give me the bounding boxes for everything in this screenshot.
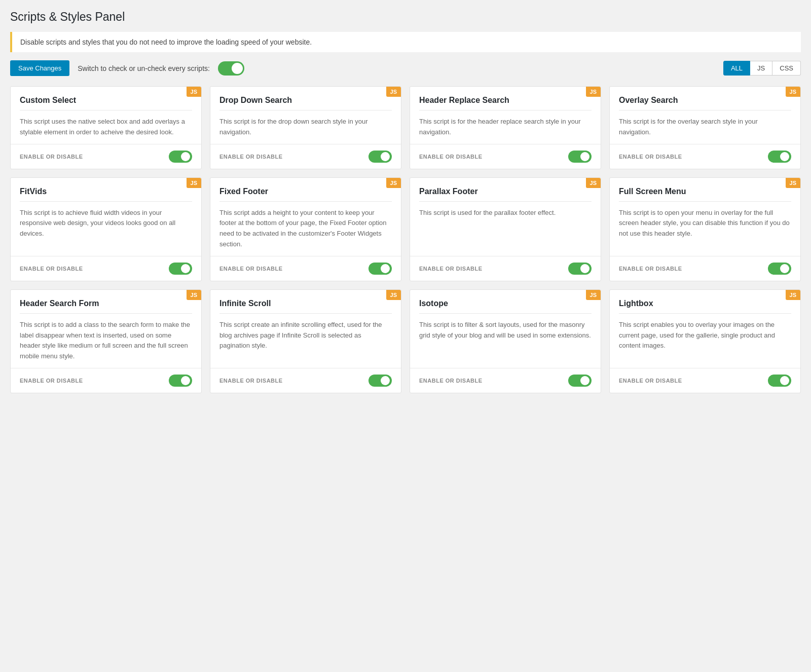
card-badge-header-replace-search: JS: [586, 87, 601, 97]
card-badge-overlay-search: JS: [786, 87, 800, 97]
toggle-full-screen-menu[interactable]: [768, 263, 791, 275]
card-footer-infinite-scroll: ENABLE OR DISABLE: [210, 368, 401, 393]
card-title-lightbox: Lightbox: [619, 299, 791, 314]
enable-label-infinite-scroll: ENABLE OR DISABLE: [219, 378, 283, 384]
save-button[interactable]: Save Changes: [10, 60, 69, 76]
enable-label-parallax-footer: ENABLE OR DISABLE: [419, 266, 483, 272]
card-footer-parallax-footer: ENABLE OR DISABLE: [410, 256, 601, 281]
toolbar: Save Changes Switch to check or un-check…: [10, 60, 801, 76]
card-badge-drop-down-search: JS: [386, 87, 401, 97]
card-title-overlay-search: Overlay Search: [619, 96, 791, 110]
filter-all-button[interactable]: ALL: [723, 61, 750, 76]
card-body-overlay-search: Overlay Search This script is for the ov…: [610, 87, 800, 144]
toggle-custom-select[interactable]: [169, 151, 192, 163]
card-body-header-replace-search: Header Replace Search This script is for…: [410, 87, 601, 144]
card-body-fixed-footer: Fixed Footer This script adds a height t…: [210, 178, 401, 256]
card-lightbox: JS Lightbox This script enables you to o…: [609, 289, 801, 393]
notice-bar: Disable scripts and styles that you do n…: [10, 32, 801, 52]
card-infinite-scroll: JS Infinite Scroll This script create an…: [210, 289, 401, 393]
card-drop-down-search: JS Drop Down Search This script is for t…: [210, 86, 401, 169]
enable-label-header-search-form: ENABLE OR DISABLE: [20, 378, 83, 384]
card-parallax-footer: JS Parallax Footer This script is used f…: [410, 177, 601, 281]
toggle-isotope[interactable]: [568, 375, 592, 387]
filter-css-button[interactable]: CSS: [772, 61, 801, 76]
card-badge-full-screen-menu: JS: [786, 178, 800, 188]
filter-js-button[interactable]: JS: [750, 61, 772, 76]
card-desc-fitvids: This script is to achieve fluid width vi…: [20, 208, 192, 239]
card-fixed-footer: JS Fixed Footer This script adds a heigh…: [210, 177, 401, 281]
enable-label-isotope: ENABLE OR DISABLE: [419, 378, 483, 384]
card-desc-fixed-footer: This script adds a height to your conten…: [219, 208, 392, 250]
card-title-header-search-form: Header Search Form: [20, 299, 192, 314]
enable-label-drop-down-search: ENABLE OR DISABLE: [219, 154, 283, 160]
card-title-custom-select: Custom Select: [20, 96, 192, 110]
card-footer-header-search-form: ENABLE OR DISABLE: [11, 368, 201, 393]
card-body-infinite-scroll: Infinite Scroll This script create an in…: [210, 290, 401, 368]
card-desc-lightbox: This script enables you to overlay your …: [619, 320, 791, 351]
master-toggle[interactable]: [218, 61, 244, 76]
card-body-custom-select: Custom Select This script uses the nativ…: [11, 87, 201, 144]
card-title-full-screen-menu: Full Screen Menu: [619, 187, 791, 202]
toggle-drop-down-search[interactable]: [368, 151, 392, 163]
card-desc-overlay-search: This script is for the overlay search st…: [619, 117, 791, 138]
enable-label-custom-select: ENABLE OR DISABLE: [20, 154, 83, 160]
filter-buttons: ALL JS CSS: [723, 61, 801, 76]
card-desc-isotope: This script is to filter & sort layouts,…: [419, 320, 592, 341]
card-footer-overlay-search: ENABLE OR DISABLE: [610, 144, 800, 169]
switch-label: Switch to check or un-check every script…: [78, 64, 210, 72]
toggle-fitvids[interactable]: [169, 263, 192, 275]
toggle-infinite-scroll[interactable]: [368, 375, 392, 387]
card-full-screen-menu: JS Full Screen Menu This script is to op…: [609, 177, 801, 281]
card-badge-isotope: JS: [586, 290, 601, 300]
card-footer-fitvids: ENABLE OR DISABLE: [11, 256, 201, 281]
toggle-header-search-form[interactable]: [169, 375, 192, 387]
toggle-parallax-footer[interactable]: [568, 263, 592, 275]
card-footer-isotope: ENABLE OR DISABLE: [410, 368, 601, 393]
toggle-overlay-search[interactable]: [768, 151, 791, 163]
page-title: Scripts & Styles Panel: [10, 10, 801, 24]
toggle-header-replace-search[interactable]: [568, 151, 592, 163]
card-desc-header-replace-search: This script is for the header replace se…: [419, 117, 592, 138]
card-desc-header-search-form: This script is to add a class to the sea…: [20, 320, 192, 362]
card-fitvids: JS FitVids This script is to achieve flu…: [10, 177, 202, 281]
card-header-search-form: JS Header Search Form This script is to …: [10, 289, 202, 393]
card-badge-infinite-scroll: JS: [386, 290, 401, 300]
card-footer-lightbox: ENABLE OR DISABLE: [610, 368, 800, 393]
card-body-drop-down-search: Drop Down Search This script is for the …: [210, 87, 401, 144]
card-title-drop-down-search: Drop Down Search: [219, 96, 392, 110]
card-isotope: JS Isotope This script is to filter & so…: [410, 289, 601, 393]
card-desc-full-screen-menu: This script is to open your menu in over…: [619, 208, 791, 239]
card-footer-drop-down-search: ENABLE OR DISABLE: [210, 144, 401, 169]
card-body-fitvids: FitVids This script is to achieve fluid …: [11, 178, 201, 256]
toggle-fixed-footer[interactable]: [368, 263, 392, 275]
card-title-infinite-scroll: Infinite Scroll: [219, 299, 392, 314]
card-footer-full-screen-menu: ENABLE OR DISABLE: [610, 256, 800, 281]
card-title-fitvids: FitVids: [20, 187, 192, 202]
card-body-parallax-footer: Parallax Footer This script is used for …: [410, 178, 601, 256]
toggle-lightbox[interactable]: [768, 375, 791, 387]
card-badge-lightbox: JS: [786, 290, 800, 300]
card-desc-drop-down-search: This script is for the drop down search …: [219, 117, 392, 138]
card-desc-custom-select: This script uses the native select box a…: [20, 117, 192, 138]
enable-label-full-screen-menu: ENABLE OR DISABLE: [619, 266, 682, 272]
card-badge-parallax-footer: JS: [586, 178, 601, 188]
card-body-header-search-form: Header Search Form This script is to add…: [11, 290, 201, 368]
card-footer-custom-select: ENABLE OR DISABLE: [11, 144, 201, 169]
card-body-isotope: Isotope This script is to filter & sort …: [410, 290, 601, 368]
card-overlay-search: JS Overlay Search This script is for the…: [609, 86, 801, 169]
card-badge-header-search-form: JS: [187, 290, 201, 300]
enable-label-fitvids: ENABLE OR DISABLE: [20, 266, 83, 272]
card-body-lightbox: Lightbox This script enables you to over…: [610, 290, 800, 368]
card-title-parallax-footer: Parallax Footer: [419, 187, 592, 202]
card-badge-fitvids: JS: [187, 178, 201, 188]
card-title-header-replace-search: Header Replace Search: [419, 96, 592, 110]
enable-label-overlay-search: ENABLE OR DISABLE: [619, 154, 682, 160]
card-title-fixed-footer: Fixed Footer: [219, 187, 392, 202]
card-badge-fixed-footer: JS: [386, 178, 401, 188]
card-body-full-screen-menu: Full Screen Menu This script is to open …: [610, 178, 800, 256]
enable-label-lightbox: ENABLE OR DISABLE: [619, 378, 682, 384]
card-header-replace-search: JS Header Replace Search This script is …: [410, 86, 601, 169]
card-desc-parallax-footer: This script is used for the parallax foo…: [419, 208, 592, 218]
cards-grid: JS Custom Select This script uses the na…: [10, 86, 801, 393]
card-title-isotope: Isotope: [419, 299, 592, 314]
